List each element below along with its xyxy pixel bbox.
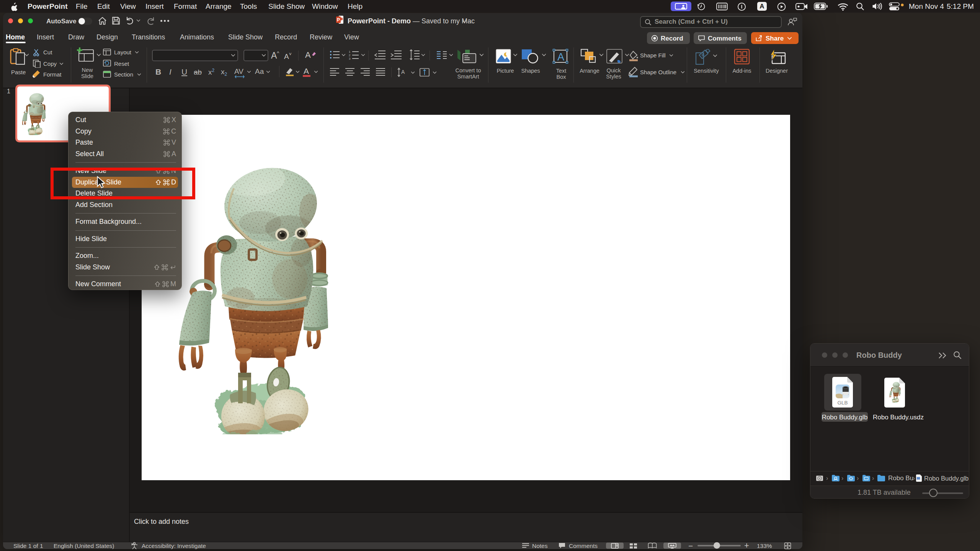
- svg-text:A: A: [557, 51, 564, 63]
- svg-text:1: 1: [349, 50, 351, 54]
- svg-text:A: A: [401, 69, 405, 75]
- svg-text:2: 2: [349, 54, 351, 57]
- svg-text:3: 3: [349, 57, 351, 60]
- svg-text:P: P: [337, 17, 340, 23]
- svg-text:GLB: GLB: [837, 400, 848, 406]
